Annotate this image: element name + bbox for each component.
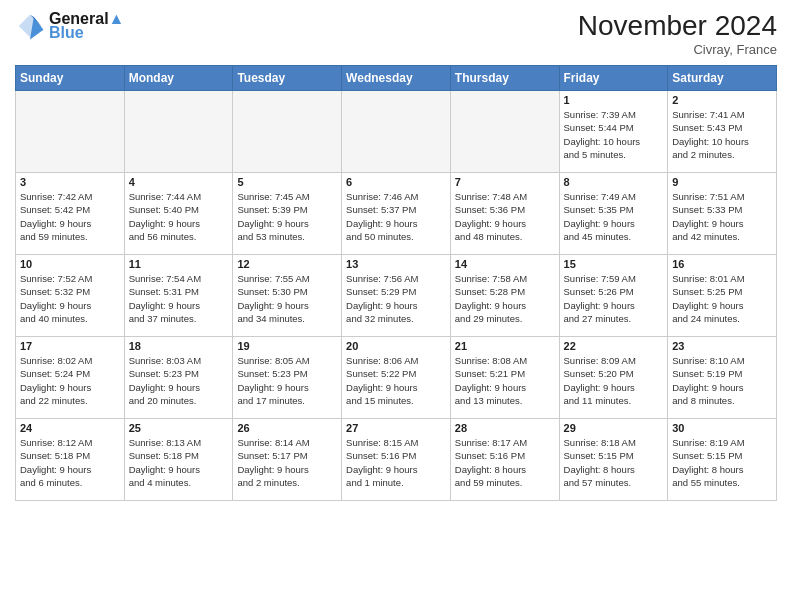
day-info: Sunrise: 7:54 AMSunset: 5:31 PMDaylight:… xyxy=(129,272,229,325)
calendar-cell: 14Sunrise: 7:58 AMSunset: 5:28 PMDayligh… xyxy=(450,255,559,337)
day-info: Sunrise: 7:46 AMSunset: 5:37 PMDaylight:… xyxy=(346,190,446,243)
day-number: 28 xyxy=(455,422,555,434)
day-info: Sunrise: 8:19 AMSunset: 5:15 PMDaylight:… xyxy=(672,436,772,489)
day-info: Sunrise: 8:09 AMSunset: 5:20 PMDaylight:… xyxy=(564,354,664,407)
day-info: Sunrise: 7:44 AMSunset: 5:40 PMDaylight:… xyxy=(129,190,229,243)
day-info: Sunrise: 7:39 AMSunset: 5:44 PMDaylight:… xyxy=(564,108,664,161)
day-number: 21 xyxy=(455,340,555,352)
day-number: 14 xyxy=(455,258,555,270)
calendar-cell: 13Sunrise: 7:56 AMSunset: 5:29 PMDayligh… xyxy=(342,255,451,337)
calendar-cell: 7Sunrise: 7:48 AMSunset: 5:36 PMDaylight… xyxy=(450,173,559,255)
day-info: Sunrise: 8:06 AMSunset: 5:22 PMDaylight:… xyxy=(346,354,446,407)
week-row-5: 24Sunrise: 8:12 AMSunset: 5:18 PMDayligh… xyxy=(16,419,777,501)
location: Civray, France xyxy=(578,42,777,57)
calendar-cell: 17Sunrise: 8:02 AMSunset: 5:24 PMDayligh… xyxy=(16,337,125,419)
day-number: 2 xyxy=(672,94,772,106)
day-info: Sunrise: 8:01 AMSunset: 5:25 PMDaylight:… xyxy=(672,272,772,325)
logo-icon xyxy=(15,11,45,41)
calendar-cell: 10Sunrise: 7:52 AMSunset: 5:32 PMDayligh… xyxy=(16,255,125,337)
calendar-cell: 3Sunrise: 7:42 AMSunset: 5:42 PMDaylight… xyxy=(16,173,125,255)
day-number: 15 xyxy=(564,258,664,270)
page-container: General▲ Blue November 2024 Civray, Fran… xyxy=(0,0,792,511)
day-info: Sunrise: 8:03 AMSunset: 5:23 PMDaylight:… xyxy=(129,354,229,407)
calendar-cell: 1Sunrise: 7:39 AMSunset: 5:44 PMDaylight… xyxy=(559,91,668,173)
calendar-cell: 23Sunrise: 8:10 AMSunset: 5:19 PMDayligh… xyxy=(668,337,777,419)
weekday-header-thursday: Thursday xyxy=(450,66,559,91)
day-info: Sunrise: 7:42 AMSunset: 5:42 PMDaylight:… xyxy=(20,190,120,243)
day-info: Sunrise: 7:59 AMSunset: 5:26 PMDaylight:… xyxy=(564,272,664,325)
logo: General▲ Blue xyxy=(15,10,124,42)
day-number: 17 xyxy=(20,340,120,352)
day-info: Sunrise: 7:58 AMSunset: 5:28 PMDaylight:… xyxy=(455,272,555,325)
weekday-header-saturday: Saturday xyxy=(668,66,777,91)
calendar-cell xyxy=(450,91,559,173)
calendar-cell: 30Sunrise: 8:19 AMSunset: 5:15 PMDayligh… xyxy=(668,419,777,501)
week-row-2: 3Sunrise: 7:42 AMSunset: 5:42 PMDaylight… xyxy=(16,173,777,255)
day-info: Sunrise: 7:45 AMSunset: 5:39 PMDaylight:… xyxy=(237,190,337,243)
week-row-1: 1Sunrise: 7:39 AMSunset: 5:44 PMDaylight… xyxy=(16,91,777,173)
day-info: Sunrise: 7:56 AMSunset: 5:29 PMDaylight:… xyxy=(346,272,446,325)
day-number: 9 xyxy=(672,176,772,188)
title-block: November 2024 Civray, France xyxy=(578,10,777,57)
calendar-cell: 20Sunrise: 8:06 AMSunset: 5:22 PMDayligh… xyxy=(342,337,451,419)
calendar-cell: 22Sunrise: 8:09 AMSunset: 5:20 PMDayligh… xyxy=(559,337,668,419)
day-info: Sunrise: 7:41 AMSunset: 5:43 PMDaylight:… xyxy=(672,108,772,161)
day-info: Sunrise: 7:55 AMSunset: 5:30 PMDaylight:… xyxy=(237,272,337,325)
weekday-header-sunday: Sunday xyxy=(16,66,125,91)
day-number: 3 xyxy=(20,176,120,188)
calendar-cell xyxy=(233,91,342,173)
day-number: 4 xyxy=(129,176,229,188)
day-number: 26 xyxy=(237,422,337,434)
calendar-cell: 2Sunrise: 7:41 AMSunset: 5:43 PMDaylight… xyxy=(668,91,777,173)
day-number: 16 xyxy=(672,258,772,270)
day-number: 27 xyxy=(346,422,446,434)
weekday-header-row: SundayMondayTuesdayWednesdayThursdayFrid… xyxy=(16,66,777,91)
day-number: 6 xyxy=(346,176,446,188)
calendar-cell: 26Sunrise: 8:14 AMSunset: 5:17 PMDayligh… xyxy=(233,419,342,501)
day-info: Sunrise: 7:48 AMSunset: 5:36 PMDaylight:… xyxy=(455,190,555,243)
day-info: Sunrise: 7:49 AMSunset: 5:35 PMDaylight:… xyxy=(564,190,664,243)
day-number: 5 xyxy=(237,176,337,188)
day-number: 7 xyxy=(455,176,555,188)
calendar-cell: 21Sunrise: 8:08 AMSunset: 5:21 PMDayligh… xyxy=(450,337,559,419)
day-number: 11 xyxy=(129,258,229,270)
week-row-4: 17Sunrise: 8:02 AMSunset: 5:24 PMDayligh… xyxy=(16,337,777,419)
day-number: 1 xyxy=(564,94,664,106)
weekday-header-monday: Monday xyxy=(124,66,233,91)
day-number: 12 xyxy=(237,258,337,270)
calendar-cell: 24Sunrise: 8:12 AMSunset: 5:18 PMDayligh… xyxy=(16,419,125,501)
day-info: Sunrise: 8:17 AMSunset: 5:16 PMDaylight:… xyxy=(455,436,555,489)
day-info: Sunrise: 8:13 AMSunset: 5:18 PMDaylight:… xyxy=(129,436,229,489)
day-number: 29 xyxy=(564,422,664,434)
calendar-cell: 11Sunrise: 7:54 AMSunset: 5:31 PMDayligh… xyxy=(124,255,233,337)
calendar-cell: 8Sunrise: 7:49 AMSunset: 5:35 PMDaylight… xyxy=(559,173,668,255)
weekday-header-tuesday: Tuesday xyxy=(233,66,342,91)
calendar-cell: 15Sunrise: 7:59 AMSunset: 5:26 PMDayligh… xyxy=(559,255,668,337)
week-row-3: 10Sunrise: 7:52 AMSunset: 5:32 PMDayligh… xyxy=(16,255,777,337)
day-number: 25 xyxy=(129,422,229,434)
calendar-cell xyxy=(16,91,125,173)
page-header: General▲ Blue November 2024 Civray, Fran… xyxy=(15,10,777,57)
calendar-cell: 6Sunrise: 7:46 AMSunset: 5:37 PMDaylight… xyxy=(342,173,451,255)
day-info: Sunrise: 8:10 AMSunset: 5:19 PMDaylight:… xyxy=(672,354,772,407)
day-number: 8 xyxy=(564,176,664,188)
calendar-cell: 18Sunrise: 8:03 AMSunset: 5:23 PMDayligh… xyxy=(124,337,233,419)
calendar-cell: 25Sunrise: 8:13 AMSunset: 5:18 PMDayligh… xyxy=(124,419,233,501)
calendar-cell: 9Sunrise: 7:51 AMSunset: 5:33 PMDaylight… xyxy=(668,173,777,255)
calendar-cell: 19Sunrise: 8:05 AMSunset: 5:23 PMDayligh… xyxy=(233,337,342,419)
day-info: Sunrise: 8:12 AMSunset: 5:18 PMDaylight:… xyxy=(20,436,120,489)
calendar-table: SundayMondayTuesdayWednesdayThursdayFrid… xyxy=(15,65,777,501)
day-number: 22 xyxy=(564,340,664,352)
weekday-header-friday: Friday xyxy=(559,66,668,91)
day-number: 30 xyxy=(672,422,772,434)
day-info: Sunrise: 8:08 AMSunset: 5:21 PMDaylight:… xyxy=(455,354,555,407)
day-info: Sunrise: 7:51 AMSunset: 5:33 PMDaylight:… xyxy=(672,190,772,243)
day-info: Sunrise: 8:14 AMSunset: 5:17 PMDaylight:… xyxy=(237,436,337,489)
day-info: Sunrise: 8:02 AMSunset: 5:24 PMDaylight:… xyxy=(20,354,120,407)
logo-text: General▲ Blue xyxy=(49,10,124,42)
calendar-cell: 16Sunrise: 8:01 AMSunset: 5:25 PMDayligh… xyxy=(668,255,777,337)
calendar-cell: 27Sunrise: 8:15 AMSunset: 5:16 PMDayligh… xyxy=(342,419,451,501)
day-info: Sunrise: 8:15 AMSunset: 5:16 PMDaylight:… xyxy=(346,436,446,489)
day-number: 10 xyxy=(20,258,120,270)
calendar-cell: 28Sunrise: 8:17 AMSunset: 5:16 PMDayligh… xyxy=(450,419,559,501)
